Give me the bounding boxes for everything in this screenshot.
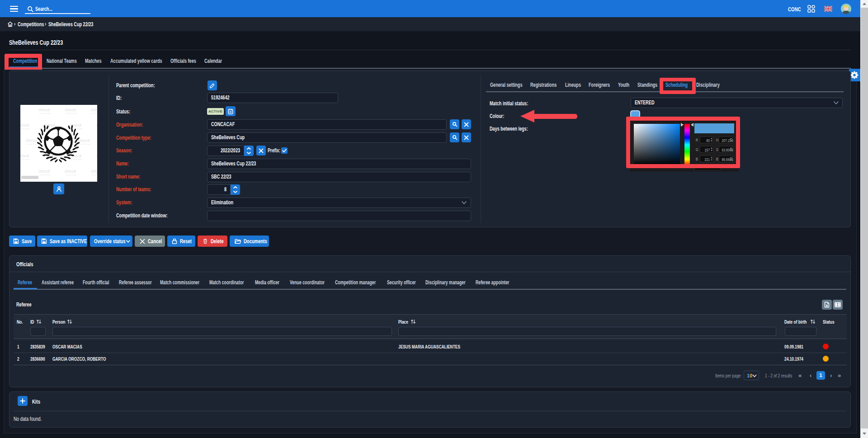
- svg-text:by Getty Images: by Getty Images: [79, 143, 91, 145]
- svg-text:iStock: iStock: [91, 108, 97, 112]
- svg-text:iStock: iStock: [65, 169, 77, 174]
- svg-text:iStock: iStock: [96, 123, 97, 127]
- svg-text:iStock: iStock: [38, 108, 51, 112]
- svg-text:by Getty Images: by Getty Images: [27, 143, 38, 145]
- svg-text:by Getty Images: by Getty Images: [39, 174, 51, 176]
- svg-text:iStock: iStock: [20, 123, 30, 127]
- svg-text:by Getty Images: by Getty Images: [39, 113, 51, 114]
- svg-text:iStock: iStock: [26, 138, 38, 143]
- svg-text:by Getty Images: by Getty Images: [71, 128, 83, 130]
- svg-text:iStock: iStock: [96, 154, 97, 158]
- svg-text:iStock: iStock: [20, 154, 30, 158]
- svg-text:by Getty Images: by Getty Images: [92, 174, 97, 176]
- svg-text:by Getty Images: by Getty Images: [66, 174, 77, 176]
- svg-text:by Getty Images: by Getty Images: [71, 159, 83, 160]
- svg-text:iStock: iStock: [38, 169, 51, 174]
- svg-text:by Getty Images: by Getty Images: [66, 113, 77, 114]
- svg-text:iStock: iStock: [65, 108, 77, 112]
- svg-text:iStock: iStock: [91, 169, 97, 174]
- svg-text:by Getty Images: by Getty Images: [20, 128, 30, 130]
- svg-text:by Getty Images: by Getty Images: [92, 113, 97, 114]
- svg-text:iStock: iStock: [78, 138, 90, 143]
- svg-text:by Getty Images: by Getty Images: [20, 159, 30, 160]
- svg-text:iStock: iStock: [44, 123, 56, 127]
